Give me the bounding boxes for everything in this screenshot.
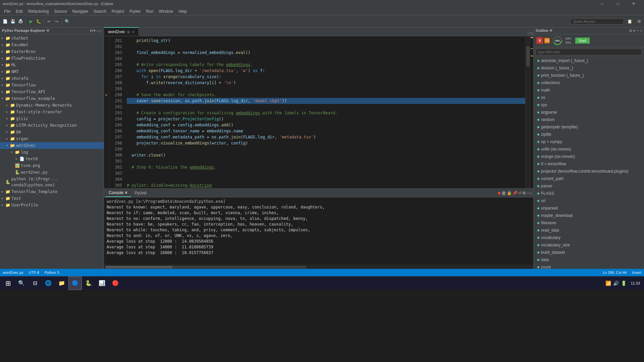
start-button[interactable]: ⊞ (1, 277, 15, 290)
outline-item[interactable]: ◆division (_future_) (534, 64, 644, 72)
sidebar-item[interactable]: ▾📁log (0, 149, 104, 156)
sidebar-item[interactable]: 🖼️tsne.png (0, 162, 104, 169)
outline-item[interactable]: ◆FLAGS (534, 190, 644, 197)
redo-button[interactable]: ↪ (53, 18, 60, 25)
outline-item[interactable]: ◆print_function (_future_) (534, 72, 644, 79)
print-button[interactable]: 🖨️ (17, 18, 24, 25)
maximize-button[interactable]: □ (610, 0, 626, 7)
outline-item[interactable]: ◆current_path (534, 175, 644, 182)
editor-minimize-btn[interactable]: ─ (527, 31, 530, 35)
menu-refactoring[interactable]: Refactoring (25, 8, 51, 14)
outline-item[interactable]: ◆build_dataset (534, 249, 644, 256)
sidebar-item[interactable]: ▸📁QA (0, 129, 104, 135)
editor-maximize-btn[interactable]: □ (530, 31, 533, 35)
eclipse-btn[interactable]: 🔵 (68, 277, 82, 290)
sidebar-item[interactable]: ▾📂ML (0, 62, 104, 68)
editor-scrollbar[interactable] (525, 36, 530, 188)
systray-network-icon[interactable]: 📶 (605, 281, 611, 286)
outline-item[interactable]: ◆maybe_download (534, 212, 644, 219)
menu-search[interactable]: Search (91, 8, 109, 14)
outline-item[interactable]: ◆parser (534, 182, 644, 190)
outline-item[interactable]: ◆gettempdir (tempfile) (534, 123, 644, 131)
debug-button[interactable]: 🐛 (35, 18, 42, 25)
toolbar-icon-2[interactable]: ⚙ (635, 18, 643, 25)
sidebar-item[interactable]: ▸📁chatbot (0, 35, 104, 42)
sidebar-menu-btn[interactable]: ▾ (94, 28, 96, 33)
systray-sound-icon[interactable]: 🔊 (613, 281, 619, 286)
sidebar-item[interactable]: ▸📁FaceNet (0, 42, 104, 48)
sidebar-item[interactable]: ▸📁fast-style-transfer (0, 109, 104, 115)
search-taskbar-btn[interactable]: 🔍 (15, 277, 28, 290)
sidebar-item[interactable]: ▸📁Tensorflow_API (0, 88, 104, 95)
console-settings-btn[interactable]: ⚙ (522, 190, 526, 196)
outline-item[interactable]: ◆math (534, 86, 644, 94)
outline-item[interactable]: ◆unparsed (534, 204, 644, 212)
sidebar-item[interactable]: 🐍python (e:\Progr... conda3\python.exe) (0, 176, 104, 188)
clock[interactable]: 11:33 (628, 281, 643, 285)
outline-start-btn[interactable]: Start (575, 38, 590, 44)
sidebar-item[interactable]: ▸📁FlowPrediction (0, 55, 104, 62)
console-scrollbar-h[interactable] (104, 265, 533, 269)
sidebar-item[interactable]: ▸📁Tensorflow (0, 82, 104, 88)
code-content[interactable]: print(log_str) final_embeddings = normal… (123, 36, 525, 188)
outline-filter-input[interactable] (536, 49, 642, 55)
outline-item[interactable]: ◆filename (534, 219, 644, 227)
outline-item[interactable]: ◆random (534, 116, 644, 123)
sidebar-max-btn[interactable]: □ (99, 28, 102, 33)
menu-window[interactable]: Window (156, 8, 176, 14)
outline-item[interactable]: ◆urllib (six.moves) (534, 145, 644, 153)
app-btn-3[interactable]: 🐍 (82, 277, 95, 290)
outline-max-btn[interactable]: □ (640, 29, 642, 33)
sidebar-item[interactable]: ▸📁Tensorflow_Template (0, 188, 104, 195)
explorer-btn[interactable]: 📁 (55, 277, 68, 290)
sidebar-item[interactable]: ▸📁Dynamic-Memory-Networks (0, 102, 104, 109)
outline-menu-btn[interactable]: ▾ (633, 29, 635, 33)
outline-item[interactable]: ◆sys (534, 101, 644, 109)
outline-item[interactable]: ◆read_data (534, 227, 644, 234)
browser-btn[interactable]: 🌐 (42, 277, 55, 290)
sidebar-item[interactable]: ▸📁FasterRcnn (0, 48, 104, 55)
sidebar-item[interactable]: 🐍word2vec.py (0, 169, 104, 176)
menu-run[interactable]: Run (144, 8, 156, 14)
undo-button[interactable]: ↩ (45, 18, 53, 25)
close-button[interactable]: ✕ (626, 0, 641, 7)
quick-access-input[interactable] (570, 18, 624, 24)
toolbar-icon-1[interactable]: 📋 (626, 18, 633, 25)
console-clear-btn[interactable]: 🗑 (501, 190, 506, 196)
outline-item[interactable]: ◆data (534, 256, 644, 263)
outline-item[interactable]: ◆vocabulary (534, 234, 644, 241)
scroll-thumb[interactable] (526, 46, 530, 66)
outline-item[interactable]: ◆zipfile (534, 131, 644, 138)
menu-file[interactable]: File (1, 8, 13, 14)
search-toolbar-button[interactable]: 🔍 (63, 18, 71, 25)
sidebar-min-btn[interactable]: ─ (96, 28, 99, 33)
menu-source[interactable]: Source (51, 8, 69, 14)
menu-project[interactable]: Project (109, 8, 127, 14)
outline-collapse-btn[interactable]: ⊟ (629, 29, 632, 33)
sidebar-collapse-btn[interactable]: ⊟ (90, 28, 93, 33)
sidebar-item[interactable]: ▸📁Test (0, 195, 104, 202)
outline-item[interactable]: ◆tf = tensorflow (534, 160, 644, 168)
minimize-button[interactable]: ─ (594, 0, 610, 7)
sidebar-item[interactable]: ▸📁UserProfile (0, 202, 104, 208)
outline-item[interactable]: ◆count (534, 263, 644, 269)
outline-item[interactable]: ◆url (534, 197, 644, 204)
console-stop-btn[interactable]: ■ (498, 190, 500, 196)
sidebar-item[interactable]: ▸📁NMT (0, 68, 104, 75)
sidebar-item[interactable]: ▸📁shurafa (0, 75, 104, 82)
outline-item[interactable]: ◆os (534, 94, 644, 101)
new-button[interactable]: 📄 (1, 18, 9, 25)
menu-help[interactable]: Help (176, 8, 190, 14)
run-button[interactable]: ▶ (27, 18, 35, 25)
save-button[interactable]: 💾 (9, 18, 16, 25)
sidebar-item[interactable]: ▾📂word2vec (0, 142, 104, 149)
outline-item[interactable]: ◆np = numpy (534, 138, 644, 145)
outline-item[interactable]: ◆vocabulary_size (534, 241, 644, 249)
tab-word2vec[interactable]: word2vec ⊞ ✕ (104, 27, 139, 36)
sidebar-item[interactable]: ▸📁LSTM-Activity Recognition (0, 122, 104, 129)
tab-word2vec-close[interactable]: ✕ (132, 30, 135, 34)
menu-navigate[interactable]: Navigate (69, 8, 91, 14)
taskview-btn[interactable]: ⊟ (28, 277, 42, 290)
outline-item[interactable]: ◆xrange (six.moves) (534, 153, 644, 160)
systray-battery-icon[interactable]: 🔋 (621, 281, 627, 286)
